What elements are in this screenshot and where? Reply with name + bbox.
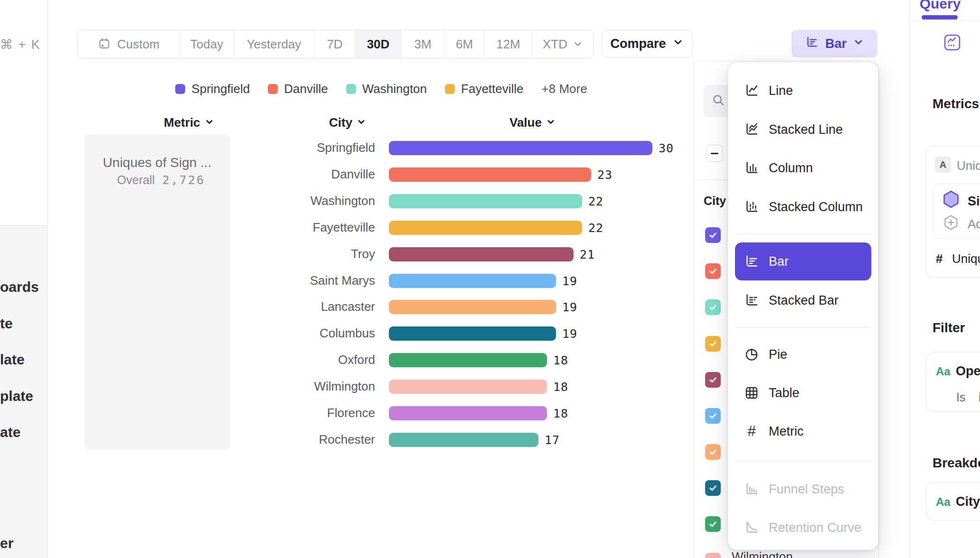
bar-value-lancaster: 19: [562, 300, 577, 314]
stacked-bar-chart-icon: [744, 292, 760, 308]
insights-chart-icon[interactable]: [943, 34, 961, 53]
legend-item-springfield[interactable]: Springfield: [175, 82, 250, 96]
bar-lancaster[interactable]: [389, 300, 556, 314]
date-range-yesterday[interactable]: Yesterday: [234, 30, 314, 58]
sidebar-item-ate[interactable]: ate: [0, 424, 20, 440]
date-range-label: 3M: [414, 37, 431, 52]
sidebar-item-plate[interactable]: plate: [0, 388, 33, 404]
check-icon: [708, 447, 718, 457]
bar-label-fayetteville: Fayetteville: [209, 220, 375, 235]
bar-value-fayetteville: 22: [588, 221, 603, 235]
menu-item-stacked-line[interactable]: Stacked Line: [735, 111, 871, 149]
legend-item-danville[interactable]: Danville: [268, 82, 328, 96]
date-range-7d[interactable]: 7D: [314, 30, 356, 58]
city-checkbox-8[interactable]: [705, 516, 721, 532]
menu-item-line[interactable]: Line: [735, 72, 871, 110]
sidebar-item-late[interactable]: late: [0, 352, 25, 368]
legend-item-fayetteville[interactable]: Fayetteville: [445, 82, 524, 96]
metrics-heading: Metrics: [933, 96, 979, 112]
city-filter-item-wilmington[interactable]: Wilmington: [732, 549, 793, 558]
chart-type-button[interactable]: Bar: [792, 30, 877, 57]
collapse-all-button[interactable]: [706, 145, 723, 162]
date-range-label: Today: [190, 37, 223, 52]
bar-value-springfield: 30: [659, 141, 674, 155]
bar-saint-marys[interactable]: [389, 274, 556, 288]
bar-rochester[interactable]: [389, 433, 538, 447]
sidebar-item-te[interactable]: te: [0, 316, 13, 332]
event-card[interactable]: Sig Ad: [933, 183, 980, 239]
menu-item-stacked-bar[interactable]: Stacked Bar: [735, 281, 871, 319]
metrics-card[interactable]: A Uniq Sig Ad # Uniqu: [926, 146, 980, 278]
menu-item-column[interactable]: Column: [735, 149, 871, 187]
date-range-3m[interactable]: 3M: [401, 30, 445, 58]
city-checkbox-0[interactable]: [705, 227, 721, 243]
sidebar-item-er[interactable]: er: [0, 535, 13, 551]
city-checkbox-1[interactable]: [705, 263, 721, 279]
date-range-label: Custom: [117, 37, 160, 52]
stacked-column-chart-icon: [744, 199, 760, 215]
check-icon: [708, 556, 718, 558]
bar-oxford[interactable]: [389, 353, 547, 367]
menu-item-table[interactable]: Table: [735, 374, 871, 412]
legend-swatch: [445, 84, 455, 94]
legend-label: Fayetteville: [461, 82, 524, 96]
city-checkbox-6[interactable]: [705, 444, 721, 460]
city-checkbox-2[interactable]: [705, 299, 721, 315]
chart-legend: SpringfieldDanvilleWashingtonFayettevill…: [77, 82, 685, 96]
date-range-label: 7D: [327, 37, 342, 52]
menu-item-label: Metric: [769, 424, 804, 439]
bar-value-oxford: 18: [553, 353, 568, 367]
tab-query[interactable]: Query: [916, 0, 964, 12]
hash-icon: #: [936, 251, 942, 266]
bar-wilmington[interactable]: [389, 380, 547, 394]
menu-item-label: Retention Curve: [769, 521, 861, 535]
bar-columbus[interactable]: [389, 326, 556, 341]
menu-item-pie[interactable]: Pie: [735, 335, 871, 373]
date-range-xtd[interactable]: XTD: [533, 30, 593, 58]
menu-item-stacked-column[interactable]: Stacked Column: [735, 188, 871, 226]
sidebar-item-oards[interactable]: oards: [0, 279, 39, 295]
filter-card[interactable]: Aa Ope Is i: [926, 352, 980, 411]
menu-item-bar[interactable]: Bar: [735, 242, 871, 280]
query-panel-top-divider: [910, 20, 980, 20]
bar-value-florence: 18: [553, 407, 568, 420]
metric-card[interactable]: Uniques of Sign ... Overall 2,726: [85, 134, 230, 450]
legend-label: Washington: [362, 82, 427, 96]
add-event-hexagon-icon[interactable]: [942, 214, 960, 233]
query-tab-underline: [922, 15, 958, 19]
legend-item-washington[interactable]: Washington: [346, 82, 427, 96]
chart-type-menu: LineStacked LineColumnStacked ColumnBarS…: [728, 62, 878, 550]
date-range-custom[interactable]: Custom: [78, 30, 180, 58]
menu-divider: [735, 461, 871, 461]
bar-springfield[interactable]: [389, 141, 652, 155]
city-column-header-label: City: [329, 115, 352, 130]
date-range-6m[interactable]: 6M: [445, 30, 484, 58]
date-range-30d[interactable]: 30D: [356, 30, 401, 58]
legend-more-link[interactable]: +8 More: [542, 82, 587, 96]
bar-washington[interactable]: [389, 194, 582, 208]
city-checkbox-4[interactable]: [705, 372, 721, 388]
city-checkbox-9[interactable]: [705, 553, 721, 558]
value-column-header[interactable]: Value: [509, 115, 556, 130]
metric-column-header-label: Metric: [164, 115, 200, 130]
city-checkbox-5[interactable]: [705, 408, 721, 424]
check-icon: [708, 483, 718, 493]
bar-danville[interactable]: [389, 167, 591, 182]
sidebar-vertical-divider: [47, 0, 48, 558]
city-checkbox-7[interactable]: [705, 480, 721, 496]
date-range-12m[interactable]: 12M: [484, 30, 533, 58]
filter-property-label: Ope: [956, 364, 980, 379]
city-column-header[interactable]: City: [329, 115, 366, 130]
compare-button-label: Compare: [610, 37, 666, 51]
legend-swatch: [175, 84, 185, 94]
bar-fayetteville[interactable]: [389, 221, 582, 235]
city-checkbox-3[interactable]: [705, 336, 721, 352]
compare-button[interactable]: Compare: [602, 30, 692, 57]
breakdown-card[interactable]: Aa City: [926, 483, 980, 521]
metric-column-header[interactable]: Metric: [164, 115, 214, 130]
bar-troy[interactable]: [389, 247, 574, 261]
date-range-today[interactable]: Today: [180, 30, 234, 58]
menu-item-metric[interactable]: #Metric: [735, 412, 871, 450]
bar-florence[interactable]: [389, 406, 547, 420]
check-icon: [708, 411, 718, 421]
